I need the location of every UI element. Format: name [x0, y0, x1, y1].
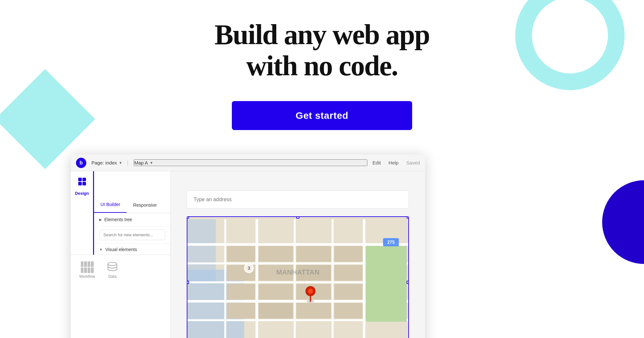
app-body: Design UI Builder Responsive ▶ Elements … [71, 171, 425, 338]
handle-mid-right[interactable] [407, 281, 409, 284]
map-selector[interactable]: Map A ▾ [134, 159, 367, 166]
svg-point-4 [108, 262, 117, 266]
get-started-button[interactable]: Get started [232, 101, 412, 130]
map-dropdown-arrow: ▾ [150, 160, 153, 165]
handle-mid-left[interactable] [187, 281, 189, 284]
sidebar: Design UI Builder Responsive ▶ Elements … [71, 171, 171, 338]
handle-top-center[interactable] [296, 216, 299, 219]
hero-title: Build any web app with no code. [214, 19, 430, 82]
data-icon [107, 261, 118, 273]
hero-section: Build any web app with no code. Get star… [0, 0, 644, 130]
svg-rect-3 [82, 182, 86, 185]
search-input[interactable] [99, 230, 165, 240]
map-area[interactable]: 3 MANHATTAN 275 [187, 216, 409, 338]
svg-rect-2 [78, 182, 82, 185]
sidebar-top: Design UI Builder Responsive ▶ Elements … [71, 171, 170, 255]
svg-rect-0 [78, 178, 82, 181]
page-dropdown-arrow: ▾ [119, 160, 122, 165]
search-row [94, 226, 170, 244]
page-label: Page: index [91, 160, 117, 165]
visual-elements-row[interactable]: ▼ Visual elements [94, 244, 170, 255]
svg-rect-26 [227, 284, 255, 300]
svg-rect-25 [334, 265, 363, 281]
design-tab[interactable]: Design [71, 171, 94, 255]
app-window: b Page: index ▾ | Map A ▾ Edit Help Save… [71, 155, 425, 338]
saved-status: Saved [406, 160, 420, 165]
elements-tree-label: Elements tree [104, 217, 132, 222]
visual-elements-label: Visual elements [105, 247, 137, 252]
design-label: Design [75, 191, 89, 196]
address-input[interactable] [187, 191, 409, 209]
svg-rect-33 [334, 303, 363, 319]
svg-rect-34 [366, 246, 407, 322]
svg-rect-20 [296, 246, 331, 262]
sidebar-tabs: UI Builder Responsive [94, 171, 170, 213]
help-button[interactable]: Help [389, 160, 399, 165]
svg-rect-18 [227, 246, 255, 262]
deco-semicircle [602, 180, 644, 264]
edit-button[interactable]: Edit [373, 160, 381, 165]
title-bar: b Page: index ▾ | Map A ▾ Edit Help Save… [71, 155, 425, 171]
svg-rect-27 [259, 284, 293, 300]
data-label: Data [108, 274, 116, 279]
page-selector[interactable]: Page: index ▾ [91, 160, 122, 165]
map-label: Map A [134, 160, 148, 165]
svg-rect-7 [187, 219, 216, 282]
tab-responsive[interactable]: Responsive [127, 197, 163, 213]
svg-rect-31 [259, 303, 293, 319]
handle-top-right[interactable] [407, 216, 409, 219]
workflow-item[interactable]: Workflow [76, 258, 98, 282]
title-actions: Edit Help Saved [373, 160, 420, 165]
svg-rect-30 [227, 303, 255, 319]
visual-elements-arrow: ▼ [99, 248, 103, 251]
svg-text:275: 275 [387, 240, 395, 245]
sidebar-content: ▶ Elements tree ▼ Visual elements [94, 213, 170, 255]
main-canvas[interactable]: 3 MANHATTAN 275 [171, 171, 425, 338]
tab-ui-builder[interactable]: UI Builder [94, 197, 127, 213]
svg-rect-19 [259, 246, 293, 262]
workflow-icon [81, 261, 94, 273]
svg-rect-1 [82, 178, 86, 181]
address-input-wrapper [187, 191, 409, 209]
svg-rect-32 [296, 303, 331, 319]
app-logo: b [76, 158, 86, 168]
svg-point-40 [308, 289, 313, 294]
map-svg: 3 MANHATTAN 275 [187, 217, 408, 338]
data-item[interactable]: Data [103, 258, 121, 282]
svg-rect-29 [334, 284, 363, 300]
workflow-label: Workflow [79, 274, 95, 279]
elements-tree-arrow: ▶ [99, 218, 102, 222]
design-icon [77, 176, 87, 189]
svg-text:3: 3 [248, 266, 250, 271]
handle-top-left[interactable] [187, 216, 189, 219]
elements-tree-row[interactable]: ▶ Elements tree [94, 213, 170, 226]
title-separator: | [127, 159, 128, 166]
svg-text:MANHATTAN: MANHATTAN [276, 268, 319, 276]
svg-rect-21 [334, 246, 363, 262]
